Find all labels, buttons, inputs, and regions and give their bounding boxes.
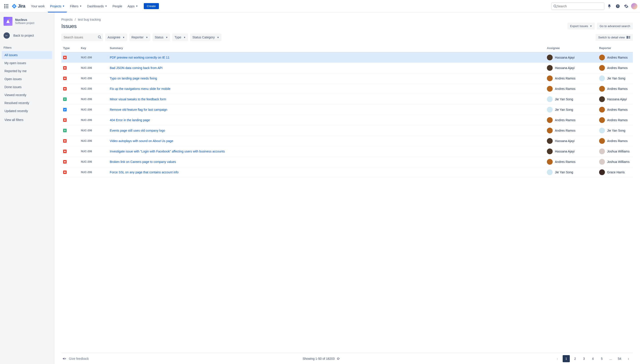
table-row[interactable]: NUC-206Minor visual tweaks to the feedba… [61, 94, 633, 104]
view-all-filters[interactable]: View all filters [2, 115, 52, 122]
nav-filters[interactable]: Filters▼ [68, 0, 84, 12]
notifications-icon[interactable] [606, 3, 613, 10]
issue-summary[interactable]: Minor visual tweaks to the feedback form [108, 94, 545, 104]
user-cell[interactable]: Hassana Ajayi [547, 65, 595, 71]
jira-logo[interactable]: Jira [12, 4, 25, 9]
help-icon[interactable]: ? [614, 3, 621, 10]
user-cell[interactable]: Andres Ramos [599, 138, 631, 144]
user-cell[interactable]: Grace Harris [599, 169, 631, 175]
issue-key[interactable]: NUC-206 [79, 52, 108, 63]
page-2[interactable]: 2 [572, 355, 579, 362]
settings-icon[interactable] [623, 3, 630, 10]
user-cell[interactable]: Andres Ramos [599, 107, 631, 112]
user-cell[interactable]: Jie Yan Song [599, 128, 631, 134]
global-search-input[interactable] [557, 4, 602, 8]
user-cell[interactable]: Andres Ramos [599, 117, 631, 123]
filter-viewed-recently[interactable]: Viewed recently [2, 91, 52, 99]
table-row[interactable]: NUC-206Remove old feature flag for last … [61, 104, 633, 115]
col-key[interactable]: Key [79, 44, 108, 52]
filter-chip-status[interactable]: Status▼ [152, 34, 170, 41]
table-row[interactable]: NUC-206Bad JSON data coming back from AP… [61, 63, 633, 73]
issue-summary[interactable]: Bad JSON data coming back from API [108, 63, 545, 73]
page-5[interactable]: 5 [598, 355, 605, 362]
table-row[interactable]: NUC-206Typo on landing page needs fixing… [61, 73, 633, 84]
create-button[interactable]: Create [144, 3, 159, 9]
issue-key[interactable]: NUC-206 [79, 63, 108, 73]
advanced-search-button[interactable]: Go to advanced search [597, 23, 633, 30]
table-row[interactable]: NUC-206Events page still uses old compan… [61, 126, 633, 136]
profile-avatar[interactable] [631, 3, 637, 9]
user-cell[interactable]: Jie Yan Song [547, 96, 595, 102]
col-type[interactable]: Type [61, 44, 79, 52]
issue-key[interactable]: NUC-206 [79, 73, 108, 84]
user-cell[interactable]: Hassana Ajayi [547, 148, 595, 154]
user-cell[interactable]: Andres Ramos [547, 86, 595, 92]
user-cell[interactable]: Andres Ramos [599, 86, 631, 92]
issue-summary[interactable]: Video autoplays with sound on About Us p… [108, 136, 545, 146]
global-search[interactable] [551, 2, 604, 10]
issue-key[interactable]: NUC-206 [79, 146, 108, 157]
issue-key[interactable]: NUC-206 [79, 94, 108, 104]
filter-chip-assignee[interactable]: Assignee▼ [105, 34, 127, 41]
issue-summary[interactable]: Remove old feature flag for last campaig… [108, 104, 545, 115]
page-1[interactable]: 1 [563, 355, 570, 362]
issue-summary[interactable]: Typo on landing page needs fixing [108, 73, 545, 84]
user-cell[interactable]: Jie Yan Song [547, 107, 595, 112]
table-row[interactable]: NUC-206Fix up the navigations menu slide… [61, 84, 633, 94]
table-row[interactable]: NUC-206Broken link on Careers page to co… [61, 157, 633, 167]
nav-people[interactable]: People [110, 0, 124, 12]
page-4[interactable]: 4 [589, 355, 596, 362]
filter-chip-type[interactable]: Type▼ [172, 34, 188, 41]
issue-key[interactable]: NUC-206 [79, 126, 108, 136]
col-reporter[interactable]: Reporter [597, 44, 633, 52]
table-row[interactable]: NUC-206PDF preview not working correctly… [61, 52, 633, 63]
breadcrumb-projects[interactable]: Projects [61, 18, 73, 21]
issue-key[interactable]: NUC-206 [79, 136, 108, 146]
table-row[interactable]: NUC-206Video autoplays with sound on Abo… [61, 136, 633, 146]
filter-reported-by-me[interactable]: Reported by me [2, 67, 52, 75]
give-feedback[interactable]: Give feedback [62, 356, 89, 361]
user-cell[interactable]: Andres Ramos [547, 76, 595, 81]
table-row[interactable]: NUC-206404 Error in the landing pageAndr… [61, 115, 633, 126]
filter-open-issues[interactable]: Open issues [2, 75, 52, 83]
nav-your-work[interactable]: Your work [29, 0, 47, 12]
search-issues-input[interactable] [64, 36, 97, 39]
user-cell[interactable]: Joshua Williams [599, 148, 631, 154]
user-cell[interactable]: Andres Ramos [547, 159, 595, 165]
filter-chip-status-category[interactable]: Status Category▼ [190, 34, 221, 41]
user-cell[interactable]: Hassana Ajayi [599, 96, 631, 102]
issue-summary[interactable]: Broken link on Careers page to company v… [108, 157, 545, 167]
user-cell[interactable]: Andres Ramos [599, 65, 631, 71]
issue-summary[interactable]: Fix up the navigations menu slide for mo… [108, 84, 545, 94]
user-cell[interactable]: Andres Ramos [547, 128, 595, 134]
nav-projects[interactable]: Projects▼ [48, 0, 67, 12]
col-summary[interactable]: Summary [108, 44, 545, 52]
nav-apps[interactable]: Apps▼ [125, 0, 140, 12]
user-cell[interactable]: Andres Ramos [547, 117, 595, 123]
nav-dashboards[interactable]: Dashboards▼ [85, 0, 109, 12]
table-row[interactable]: NUC-206Force SSL on any page that contai… [61, 167, 633, 178]
issue-summary[interactable]: PDF preview not working correctly on IE … [108, 52, 545, 63]
user-cell[interactable]: Hassana Ajayi [547, 54, 595, 60]
project-header[interactable]: Nucleus Software project [2, 17, 52, 30]
user-cell[interactable]: Jie Yan Song [547, 169, 595, 175]
filter-done-issues[interactable]: Done issues [2, 83, 52, 91]
page-next[interactable]: › [625, 355, 632, 362]
issue-summary[interactable]: Force SSL on any page that contains acco… [108, 167, 545, 178]
filter-updated-recently[interactable]: Updated recently [2, 107, 52, 115]
back-to-project[interactable]: ← Back to project [2, 30, 52, 41]
page-54[interactable]: 54 [616, 355, 623, 362]
filter-resolved-recently[interactable]: Resolved recently [2, 99, 52, 107]
page-prev[interactable]: ‹ [554, 355, 561, 362]
user-cell[interactable]: Andres Ramos [599, 54, 631, 60]
filter-chip-reporter[interactable]: Reporter▼ [129, 34, 150, 41]
col-assignee[interactable]: Assignee [545, 44, 597, 52]
filter-my-open-issues[interactable]: My open issues [2, 59, 52, 67]
issue-summary[interactable]: Events page still uses old company logo [108, 126, 545, 136]
switch-view-button[interactable]: Switch to detail view [595, 34, 633, 41]
app-switcher-icon[interactable] [3, 3, 10, 10]
issue-key[interactable]: NUC-206 [79, 167, 108, 178]
refresh-icon[interactable] [336, 357, 340, 360]
page-3[interactable]: 3 [580, 355, 587, 362]
issue-key[interactable]: NUC-206 [79, 84, 108, 94]
